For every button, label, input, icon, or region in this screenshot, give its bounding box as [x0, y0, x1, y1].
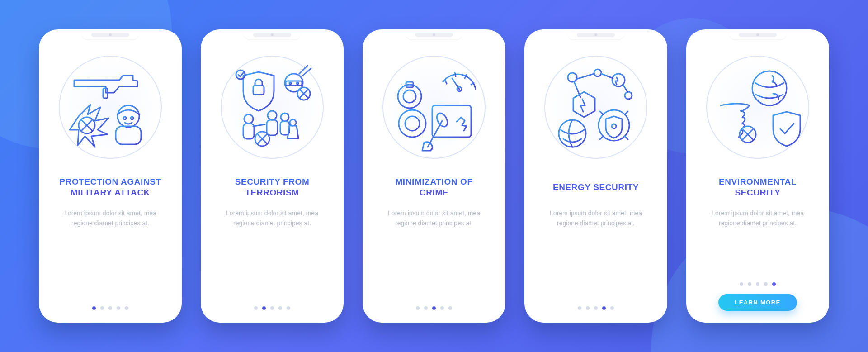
- svg-line-61: [625, 111, 628, 114]
- terrorism-illustration: [220, 55, 325, 160]
- svg-line-33: [455, 73, 456, 76]
- phone-screen-2: SECURITY FROM TERRORISM Lorem ipsum dolo…: [201, 29, 344, 323]
- page-dot[interactable]: [756, 282, 760, 286]
- page-dot[interactable]: [262, 306, 266, 310]
- page-dot[interactable]: [602, 306, 606, 310]
- svg-point-19: [268, 111, 277, 120]
- page-indicator: [740, 282, 776, 286]
- environmental-illustration: [705, 55, 810, 160]
- energy-illustration: [543, 55, 648, 160]
- svg-line-32: [445, 80, 447, 84]
- svg-line-26: [253, 124, 265, 126]
- svg-point-21: [281, 113, 289, 121]
- page-dot[interactable]: [594, 306, 598, 310]
- page-indicator: [254, 306, 290, 310]
- page-dot[interactable]: [748, 282, 751, 286]
- page-dot[interactable]: [586, 306, 590, 310]
- screen-body: Lorem ipsum dolor sit amet, mea regione …: [542, 209, 650, 228]
- svg-line-63: [625, 136, 628, 139]
- page-dot[interactable]: [432, 306, 436, 310]
- page-dot[interactable]: [278, 306, 282, 310]
- svg-point-24: [244, 114, 253, 124]
- svg-point-45: [568, 73, 577, 82]
- military-attack-illustration: [58, 55, 163, 160]
- phone-screen-3: MINIMIZATION OF CRIME Lorem ipsum dolor …: [363, 29, 505, 323]
- screen-body: Lorem ipsum dolor sit amet, mea regione …: [57, 209, 164, 228]
- svg-point-46: [594, 69, 601, 76]
- svg-point-13: [297, 82, 298, 84]
- svg-line-50: [601, 74, 613, 78]
- page-dot[interactable]: [254, 306, 258, 310]
- crime-illustration: [382, 55, 486, 160]
- svg-point-6: [123, 117, 126, 119]
- screen-title: PROTECTION AGAINST MILITARY ATTACK: [56, 176, 165, 199]
- learn-more-button[interactable]: LEARN MORE: [718, 294, 797, 311]
- phone-notch: [739, 33, 777, 37]
- svg-point-23: [290, 119, 296, 126]
- svg-point-39: [405, 116, 420, 131]
- phone-screen-5: ENVIRONMENTAL SECURITY Lorem ipsum dolor…: [686, 29, 829, 323]
- svg-point-36: [398, 85, 421, 108]
- svg-line-49: [576, 74, 594, 79]
- svg-point-12: [289, 82, 291, 84]
- phone-notch: [577, 33, 615, 37]
- svg-point-48: [625, 92, 632, 99]
- svg-point-44: [435, 111, 450, 128]
- svg-point-9: [236, 70, 245, 79]
- phone-notch: [253, 33, 291, 37]
- screen-body: Lorem ipsum dolor sit amet, mea regione …: [380, 209, 488, 228]
- phone-screen-1: PROTECTION AGAINST MILITARY ATTACK Lorem…: [39, 29, 182, 323]
- svg-point-38: [399, 110, 426, 137]
- page-dot[interactable]: [270, 306, 274, 310]
- screen-title: ENERGY SECURITY: [553, 176, 639, 199]
- page-dot[interactable]: [117, 306, 120, 310]
- page-dot[interactable]: [92, 306, 96, 310]
- phone-notch: [91, 33, 129, 37]
- page-dot[interactable]: [416, 306, 420, 310]
- phone-notch: [415, 33, 453, 37]
- svg-line-60: [600, 111, 603, 114]
- page-dot[interactable]: [764, 282, 768, 286]
- screen-body: Lorem ipsum dolor sit amet, mea regione …: [704, 209, 811, 228]
- svg-point-37: [403, 90, 416, 103]
- page-dot[interactable]: [740, 282, 743, 286]
- onboarding-phone-row: PROTECTION AGAINST MILITARY ATTACK Lorem…: [39, 29, 829, 323]
- svg-rect-5: [116, 126, 141, 144]
- page-dot[interactable]: [125, 306, 128, 310]
- page-dot[interactable]: [440, 306, 444, 310]
- page-dot[interactable]: [610, 306, 614, 310]
- svg-line-51: [623, 85, 627, 92]
- svg-rect-11: [286, 81, 302, 86]
- page-dot[interactable]: [772, 282, 776, 286]
- phone-screen-4: ENERGY SECURITY Lorem ipsum dolor sit am…: [524, 29, 667, 323]
- svg-rect-20: [267, 120, 278, 135]
- screen-title: SECURITY FROM TERRORISM: [218, 176, 326, 199]
- page-indicator: [92, 306, 128, 310]
- screen-title: MINIMIZATION OF CRIME: [380, 176, 488, 199]
- screen-body: Lorem ipsum dolor sit amet, mea regione …: [218, 209, 326, 228]
- svg-point-7: [131, 117, 133, 119]
- page-dot[interactable]: [578, 306, 581, 310]
- screen-title: ENVIRONMENTAL SECURITY: [703, 176, 812, 199]
- page-indicator: [416, 306, 452, 310]
- page-dot[interactable]: [287, 306, 290, 310]
- svg-rect-25: [243, 124, 254, 139]
- page-dot[interactable]: [100, 306, 104, 310]
- svg-rect-8: [253, 86, 264, 95]
- svg-line-62: [600, 136, 603, 139]
- page-dot[interactable]: [108, 306, 112, 310]
- page-indicator: [578, 306, 614, 310]
- page-dot[interactable]: [448, 306, 452, 310]
- page-dot[interactable]: [424, 306, 428, 310]
